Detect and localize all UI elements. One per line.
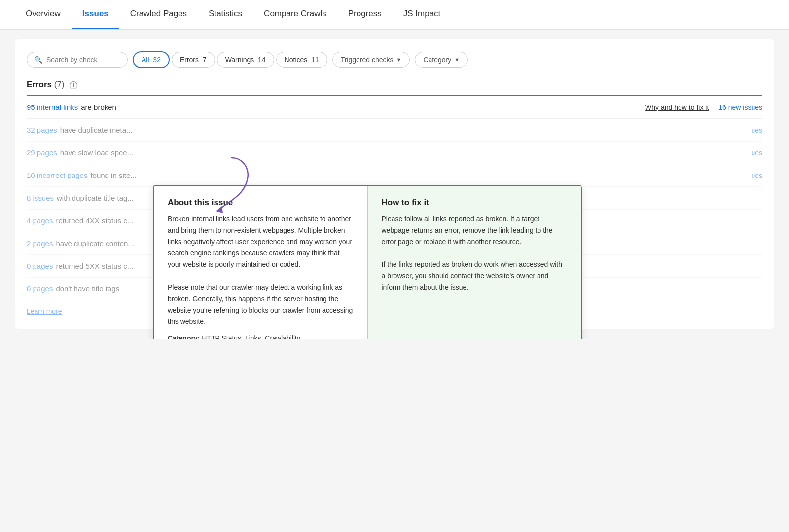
popup-how-body: Please follow all links reported as brok… (382, 213, 568, 293)
popup-about-title: About this issue (168, 198, 354, 208)
broken-links-count[interactable]: 95 internal links (27, 103, 78, 111)
errors-section-header: Errors (7) i (27, 80, 762, 90)
info-icon[interactable]: i (70, 81, 77, 89)
new-issues-partial3: ues (751, 172, 762, 179)
incorrect-pages-count[interactable]: 10 incorrect pages (27, 171, 87, 179)
duplicate-meta-count[interactable]: 32 pages (27, 126, 57, 134)
filter-bar: 🔍 All 32 Errors 7 Warnings 14 Notices 11 (27, 51, 762, 68)
search-icon: 🔍 (34, 56, 42, 64)
popup-about: About this issue Broken internal links l… (154, 186, 368, 339)
nav-progress[interactable]: Progress (337, 0, 393, 29)
learn-more-link[interactable]: Learn more (27, 307, 62, 315)
nav-overview[interactable]: Overview (15, 0, 72, 29)
no-title-count[interactable]: 0 pages (27, 284, 53, 293)
search-box[interactable]: 🔍 (27, 52, 128, 68)
popup-how-title: How to fix it (382, 198, 568, 208)
issue-row-incorrect-pages: 10 incorrect pages found in site... ues (27, 164, 762, 187)
issue-row-broken-links: 95 internal links are broken Why and how… (27, 96, 762, 119)
duplicate-content-count[interactable]: 2 pages (27, 239, 53, 248)
category-dropdown[interactable]: Category ▼ (415, 52, 468, 68)
5xx-count[interactable]: 0 pages (27, 262, 53, 270)
chevron-down-icon: ▼ (454, 57, 460, 63)
filter-tabs: All 32 Errors 7 Warnings 14 Notices 11 (133, 51, 327, 68)
new-issues-badge: 16 new issues (718, 104, 762, 111)
popup-panel: About this issue Broken internal links l… (153, 185, 582, 339)
nav-statistics[interactable]: Statistics (198, 0, 253, 29)
nav-js-impact[interactable]: JS Impact (393, 0, 452, 29)
issue-row-duplicate-meta: 32 pages have duplicate meta... ues (27, 119, 762, 142)
why-fix-link[interactable]: Why and how to fix it (645, 104, 709, 111)
popup-about-body: Broken internal links lead users from on… (168, 213, 354, 327)
popup-category: Category: HTTP Status, Links, Crawlabili… (168, 334, 354, 339)
issue-row-slow-load: 29 pages have slow load spee... ues (27, 142, 762, 164)
search-input[interactable] (46, 56, 120, 64)
4xx-count[interactable]: 4 pages (27, 216, 53, 225)
top-navigation: Overview Issues Crawled Pages Statistics… (0, 0, 789, 30)
triggered-checks-dropdown[interactable]: Triggered checks ▼ (332, 52, 410, 68)
nav-crawled-pages[interactable]: Crawled Pages (119, 0, 198, 29)
chevron-down-icon: ▼ (396, 57, 402, 63)
duplicate-title-count[interactable]: 8 issues (27, 194, 54, 202)
filter-tab-warnings[interactable]: Warnings 14 (217, 52, 274, 68)
new-issues-partial: ues (751, 126, 762, 134)
new-issues-partial2: ues (751, 149, 762, 157)
nav-compare-crawls[interactable]: Compare Crawls (253, 0, 337, 29)
filter-tab-all[interactable]: All 32 (133, 51, 170, 68)
main-content: 🔍 All 32 Errors 7 Warnings 14 Notices 11 (15, 39, 774, 329)
popup-how-to-fix: How to fix it Please follow all links re… (368, 186, 581, 339)
slow-load-count[interactable]: 29 pages (27, 148, 57, 157)
filter-tab-errors[interactable]: Errors 7 (172, 52, 215, 68)
filter-tab-notices[interactable]: Notices 11 (276, 52, 327, 68)
nav-issues[interactable]: Issues (72, 0, 119, 29)
